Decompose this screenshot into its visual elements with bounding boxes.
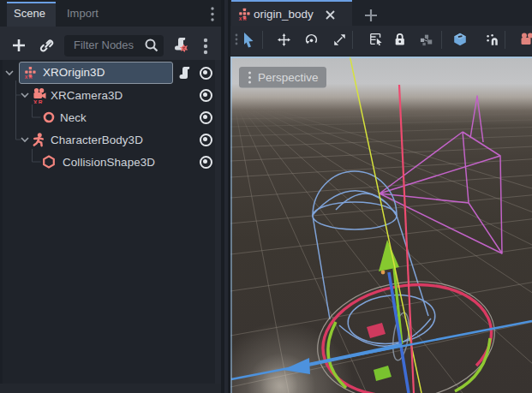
svg-text:R: R — [29, 74, 33, 80]
svg-text:R: R — [243, 16, 247, 21]
svg-text:X: X — [239, 16, 242, 21]
svg-text:X: X — [33, 99, 38, 104]
svg-text:R: R — [39, 99, 43, 104]
svg-text:Perspective: Perspective — [258, 71, 319, 84]
svg-text:X: X — [25, 74, 28, 80]
